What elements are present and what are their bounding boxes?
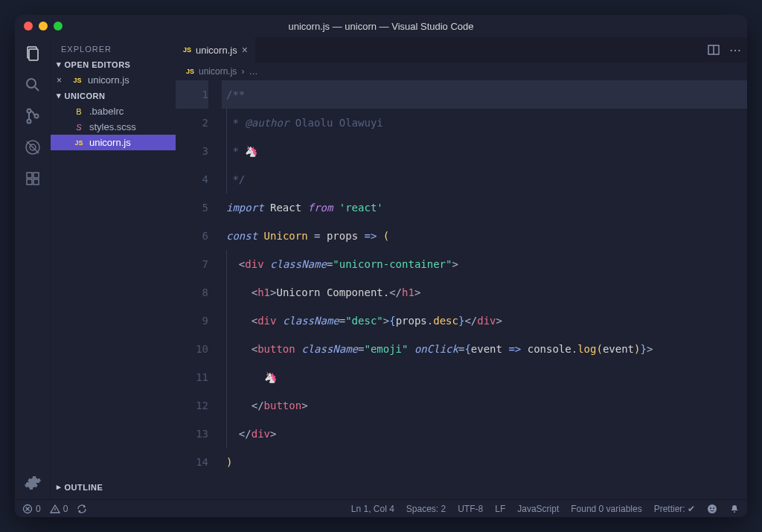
line-number: 7: [176, 250, 208, 278]
breadcrumb-separator: ›: [241, 66, 244, 77]
svg-point-21: [713, 507, 714, 509]
svg-point-22: [734, 511, 735, 513]
code-line[interactable]: ): [222, 448, 747, 476]
svg-rect-12: [33, 179, 39, 185]
svg-rect-11: [27, 179, 32, 185]
code-line[interactable]: /**: [222, 80, 747, 109]
code-line[interactable]: */: [222, 165, 747, 193]
line-number: 4: [176, 165, 208, 193]
babel-file-icon: B: [73, 107, 85, 116]
line-number: 2: [176, 109, 208, 137]
close-window-button[interactable]: [24, 22, 33, 31]
open-editors-header[interactable]: ▾ OPEN EDITORS: [51, 57, 176, 72]
line-number: 11: [176, 363, 208, 391]
explorer-sidebar: EXPLORER ▾ OPEN EDITORS × JS unicorn.js …: [51, 37, 176, 499]
explorer-icon[interactable]: [22, 43, 43, 64]
js-file-icon: JS: [73, 139, 85, 147]
status-spaces[interactable]: Spaces: 2: [406, 504, 446, 514]
extensions-icon[interactable]: [22, 168, 43, 189]
code-line[interactable]: <div className="desc">{props.desc}</div>: [222, 307, 747, 335]
app-window: unicorn.js — unicorn — Visual Studio Cod…: [15, 15, 747, 517]
line-number: 10: [176, 335, 208, 363]
split-editor-icon[interactable]: [707, 43, 720, 57]
svg-point-19: [708, 504, 717, 513]
code-line[interactable]: <h1>Unicorn Component.</h1>: [222, 278, 747, 307]
folder-header[interactable]: ▾ UNICORN: [51, 88, 176, 103]
code-line[interactable]: <button className="emoji" onClick={event…: [222, 335, 747, 363]
code-content[interactable]: /** * @author Olaolu Olawuyi * 🦄 */impor…: [222, 80, 747, 499]
file-name: .babelrc: [89, 106, 124, 117]
debug-icon[interactable]: [22, 137, 43, 158]
status-errors[interactable]: 0: [22, 504, 41, 514]
close-tab-icon[interactable]: ×: [242, 44, 248, 56]
more-actions-icon[interactable]: ⋯: [729, 43, 741, 57]
close-icon[interactable]: ×: [57, 75, 65, 86]
line-number: 8: [176, 278, 208, 307]
status-ln-col[interactable]: Ln 1, Col 4: [351, 504, 394, 514]
breadcrumb-file: unicorn.js: [199, 66, 237, 77]
file-item-babelrc[interactable]: B .babelrc: [51, 103, 176, 119]
code-editor[interactable]: 1234567891011121314 /** * @author Olaolu…: [176, 80, 747, 499]
window-controls: [24, 22, 63, 31]
minimize-window-button[interactable]: [39, 22, 48, 31]
line-number: 14: [176, 448, 208, 476]
breadcrumb-rest: …: [249, 66, 257, 77]
code-line[interactable]: <div className="unicorn-container">: [222, 250, 747, 278]
js-file-icon: JS: [183, 46, 191, 54]
code-line[interactable]: import React from 'react': [222, 193, 747, 222]
tab-filename: unicorn.js: [196, 45, 237, 56]
chevron-down-icon: ▾: [57, 60, 62, 69]
status-warnings[interactable]: 0: [50, 504, 68, 514]
line-number-gutter: 1234567891011121314: [176, 80, 222, 499]
scss-file-icon: S: [73, 123, 85, 132]
line-number: 3: [176, 137, 208, 165]
code-line[interactable]: </div>: [222, 420, 747, 448]
outline-header[interactable]: ▸ OUTLINE: [51, 479, 176, 495]
svg-rect-9: [27, 173, 32, 178]
file-item-unicorn[interactable]: JS unicorn.js: [51, 135, 176, 150]
file-item-styles[interactable]: S styles.scss: [51, 119, 176, 135]
svg-rect-1: [29, 49, 38, 60]
editor-area: JS unicorn.js × ⋯ JS unicorn.js › … 12: [176, 37, 747, 499]
svg-line-3: [35, 87, 39, 91]
status-sync-icon[interactable]: [77, 504, 87, 514]
open-editor-item[interactable]: × JS unicorn.js: [51, 72, 176, 88]
svg-point-4: [27, 109, 31, 113]
line-number: 13: [176, 420, 208, 448]
editor-tab[interactable]: JS unicorn.js ×: [176, 37, 255, 63]
svg-point-5: [27, 120, 31, 124]
sidebar-title: EXPLORER: [51, 37, 176, 57]
code-line[interactable]: </button>: [222, 391, 747, 420]
svg-point-2: [27, 79, 36, 88]
status-eol[interactable]: LF: [495, 504, 505, 514]
window-title: unicorn.js — unicorn — Visual Studio Cod…: [22, 21, 740, 32]
activity-bar: [15, 37, 51, 499]
line-number: 9: [176, 307, 208, 335]
line-number: 12: [176, 391, 208, 420]
breadcrumb[interactable]: JS unicorn.js › …: [176, 63, 747, 80]
code-line[interactable]: * @author Olaolu Olawuyi: [222, 109, 747, 137]
titlebar: unicorn.js — unicorn — Visual Studio Cod…: [15, 15, 747, 37]
chevron-right-icon: ▸: [57, 482, 62, 492]
status-variables[interactable]: Found 0 variables: [571, 504, 641, 514]
line-number: 1: [176, 80, 208, 109]
code-line[interactable]: * 🦄: [222, 137, 747, 165]
source-control-icon[interactable]: [22, 106, 43, 126]
file-name: styles.scss: [89, 121, 136, 132]
status-prettier[interactable]: Prettier: ✔: [654, 504, 695, 514]
status-feedback-icon[interactable]: [707, 504, 717, 514]
status-bell-icon[interactable]: [729, 504, 740, 514]
search-icon[interactable]: [22, 74, 43, 95]
settings-gear-icon[interactable]: [22, 472, 43, 493]
code-line[interactable]: const Unicorn = props => (: [222, 222, 747, 250]
chevron-down-icon: ▾: [57, 91, 62, 100]
code-line[interactable]: 🦄: [222, 363, 747, 391]
maximize-window-button[interactable]: [54, 22, 63, 31]
status-language[interactable]: JavaScript: [517, 504, 559, 514]
status-encoding[interactable]: UTF-8: [458, 504, 483, 514]
line-number: 5: [176, 193, 208, 222]
file-name: unicorn.js: [89, 137, 131, 148]
svg-point-20: [710, 507, 711, 509]
tab-actions: ⋯: [701, 37, 747, 63]
svg-point-6: [34, 115, 38, 118]
